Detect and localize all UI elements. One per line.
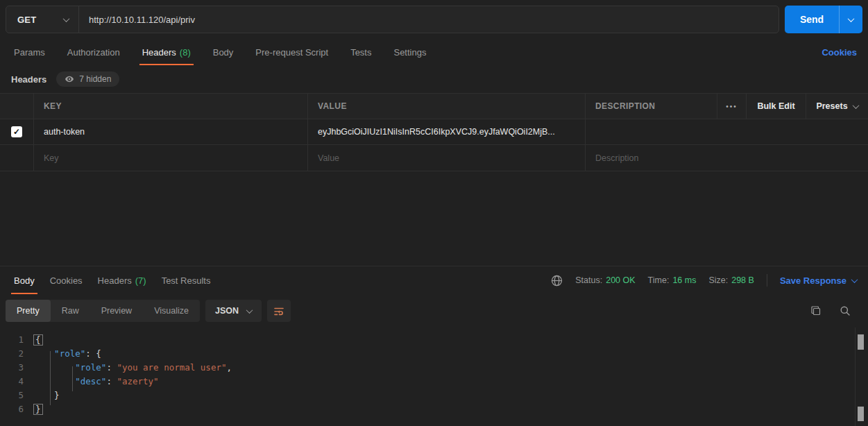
status-indicator: Status: 200 OK xyxy=(575,275,635,285)
line-number: 6 xyxy=(0,402,33,416)
postman-window: GET Send Params Authorization Headers (8… xyxy=(0,0,868,426)
chevron-down-icon xyxy=(63,15,70,22)
scrollbar-thumb[interactable] xyxy=(858,334,864,350)
header-value-value[interactable]: eyJhbGciOiJIUzI1NiIsInR5cCI6IkpXVCJ9.eyJ… xyxy=(307,119,585,144)
size-value: 298 B xyxy=(731,275,754,285)
chevron-down-icon xyxy=(852,102,859,109)
line-number: 2 xyxy=(0,347,33,361)
tab-settings[interactable]: Settings xyxy=(391,39,429,65)
row-checkbox-cell: ✓ xyxy=(0,119,33,144)
status-value: 200 OK xyxy=(606,275,635,285)
tab-params[interactable]: Params xyxy=(11,39,48,65)
new-value-input[interactable] xyxy=(318,153,575,163)
response-tab-body[interactable]: Body xyxy=(11,266,37,294)
new-description-input[interactable] xyxy=(595,153,858,163)
view-tab-pretty[interactable]: Pretty xyxy=(6,300,51,322)
new-key-input[interactable] xyxy=(44,153,298,163)
search-icon xyxy=(840,305,851,316)
eye-icon xyxy=(65,76,74,83)
select-all-cell xyxy=(0,94,33,119)
request-tabs: Params Authorization Headers (8) Body Pr… xyxy=(0,39,868,65)
view-tab-raw[interactable]: Raw xyxy=(51,300,90,322)
wrap-text-icon xyxy=(273,306,284,316)
column-key: KEY xyxy=(33,94,307,119)
view-mode-switcher: Pretty Raw Preview Visualize xyxy=(6,300,200,322)
chevron-down-icon xyxy=(851,276,858,283)
response-tab-cookies[interactable]: Cookies xyxy=(47,266,85,294)
format-select[interactable]: JSON xyxy=(205,300,262,322)
method-label: GET xyxy=(17,15,36,25)
indent-guide xyxy=(72,366,73,391)
table-row: ✓ auth-token eyJhbGciOiJIUzI1NiIsInR5cCI… xyxy=(0,119,868,145)
time-value: 16 ms xyxy=(672,275,696,285)
code-line: 1{ xyxy=(0,333,856,347)
view-tab-visualize[interactable]: Visualize xyxy=(143,300,200,322)
copy-button[interactable] xyxy=(804,300,828,322)
row-checkbox-cell xyxy=(0,145,33,171)
copy-icon xyxy=(810,305,822,316)
hidden-headers-label: 7 hidden xyxy=(79,74,111,84)
tab-pre-request-script[interactable]: Pre-request Script xyxy=(253,39,331,65)
method-select[interactable]: GET xyxy=(6,6,79,33)
size-indicator: Size: 298 B xyxy=(708,275,754,285)
header-key-value[interactable]: auth-token xyxy=(33,119,307,144)
response-toolbar: Pretty Raw Preview Visualize JSON xyxy=(0,294,868,327)
chevron-down-icon xyxy=(848,15,855,22)
response-meta: Status: 200 OK Time: 16 ms Size: 298 B S… xyxy=(551,274,857,287)
line-number: 1 xyxy=(0,333,33,347)
save-response-button[interactable]: Save Response xyxy=(780,275,857,286)
hidden-headers-toggle[interactable]: 7 hidden xyxy=(56,71,119,87)
send-button[interactable]: Send xyxy=(785,6,862,33)
more-actions-icon[interactable]: ••• xyxy=(717,94,746,119)
scrollbar-thumb[interactable] xyxy=(858,407,864,421)
search-button[interactable] xyxy=(833,300,857,322)
code-line: 6} xyxy=(0,402,856,416)
line-number: 5 xyxy=(0,389,33,402)
code-line: 4 "desc": "azerty" xyxy=(0,375,856,389)
send-label: Send xyxy=(785,6,839,33)
cookies-link[interactable]: Cookies xyxy=(822,47,857,58)
headers-table: KEY VALUE DESCRIPTION ••• Bulk Edit Pres… xyxy=(0,93,868,171)
code-line: 5 } xyxy=(0,389,856,402)
request-bar: GET Send xyxy=(0,0,868,39)
row-checkbox[interactable]: ✓ xyxy=(11,126,22,137)
bulk-edit-button[interactable]: Bulk Edit xyxy=(746,94,806,119)
headers-count-badge: (8) xyxy=(180,47,191,58)
code-line: 2 "role": { xyxy=(0,347,856,361)
header-description-value[interactable] xyxy=(585,119,868,144)
url-container: GET xyxy=(6,6,779,33)
response-tab-test-results[interactable]: Test Results xyxy=(159,266,214,294)
wrap-text-button[interactable] xyxy=(267,300,291,322)
indent-guide xyxy=(50,351,51,405)
code-lines: 1{2 "role": {3 "role": "you are normal u… xyxy=(0,333,856,416)
tab-tests[interactable]: Tests xyxy=(348,39,374,65)
response-header: Body Cookies Headers (7) Test Results St… xyxy=(0,266,868,294)
scrollbar-track xyxy=(855,327,856,426)
view-tab-preview[interactable]: Preview xyxy=(90,300,143,322)
presets-dropdown[interactable]: Presets xyxy=(806,94,868,119)
response-body-viewer[interactable]: 1{2 "role": {3 "role": "you are normal u… xyxy=(0,327,856,426)
time-indicator: Time: 16 ms xyxy=(648,275,697,285)
line-number: 3 xyxy=(0,361,33,375)
response-tab-headers[interactable]: Headers (7) xyxy=(95,266,149,294)
tab-authorization[interactable]: Authorization xyxy=(65,39,123,65)
column-description: DESCRIPTION xyxy=(585,94,717,119)
url-input[interactable] xyxy=(79,6,778,33)
line-number: 4 xyxy=(0,375,33,389)
send-options-button[interactable] xyxy=(839,6,862,33)
tab-body[interactable]: Body xyxy=(210,39,237,65)
column-value: VALUE xyxy=(307,94,585,119)
response-headers-count-badge: (7) xyxy=(135,275,146,286)
table-placeholder-row xyxy=(0,145,868,171)
table-header-row: KEY VALUE DESCRIPTION ••• Bulk Edit Pres… xyxy=(0,94,868,119)
code-line: 3 "role": "you are normal user", xyxy=(0,361,856,375)
globe-icon[interactable] xyxy=(551,275,563,287)
tab-headers[interactable]: Headers (8) xyxy=(139,39,194,65)
response-section: Body Cookies Headers (7) Test Results St… xyxy=(0,266,868,426)
chevron-down-icon xyxy=(246,307,253,314)
headers-section-title: Headers xyxy=(11,74,46,85)
headers-section-header: Headers 7 hidden xyxy=(0,65,868,93)
